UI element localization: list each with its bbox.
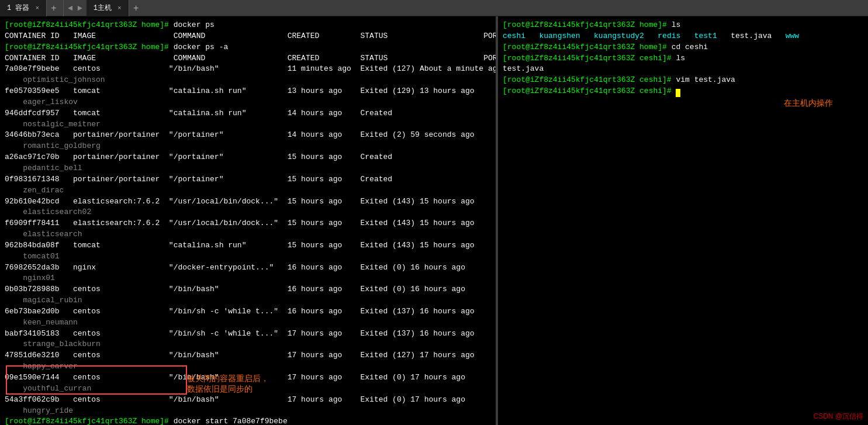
annotation-text-restart: 被关闭的容器重启后， 数据依旧是同步的 <box>187 374 269 395</box>
tab-container-add[interactable]: + <box>47 1 61 15</box>
tab-host[interactable]: 1主机 × <box>87 0 129 16</box>
tab-container-label: 1 容器 <box>7 3 29 13</box>
tab-host-close[interactable]: × <box>117 5 122 12</box>
left-pane: [root@iZf8z4ii45kfjc41qrt363Z home]# doc… <box>0 16 496 425</box>
right-pane: [root@iZf8z4ii45kfjc41qrt363Z home]# ls … <box>498 16 868 425</box>
tab-container[interactable]: 1 容器 × <box>0 0 47 16</box>
tab-host-add[interactable]: + <box>129 1 143 15</box>
nav-right-arrow[interactable]: ► <box>75 4 84 13</box>
app-window: 1 容器 × + ◄ ► 1主机 × + [root@iZf8z4ii45kfj… <box>0 0 868 425</box>
watermark: CSDN @沉信得 <box>813 412 863 421</box>
tab-container-close[interactable]: × <box>35 5 39 12</box>
left-terminal[interactable]: [root@iZf8z4ii45kfjc41qrt363Z home]# doc… <box>0 16 496 425</box>
tab-host-label: 1主机 <box>94 3 112 13</box>
annotation-text-host: 在主机内操作 <box>784 98 833 109</box>
nav-left-arrow[interactable]: ◄ <box>66 4 74 13</box>
right-terminal[interactable]: [root@iZf8z4ii45kfjc41qrt363Z home]# ls … <box>498 16 868 425</box>
